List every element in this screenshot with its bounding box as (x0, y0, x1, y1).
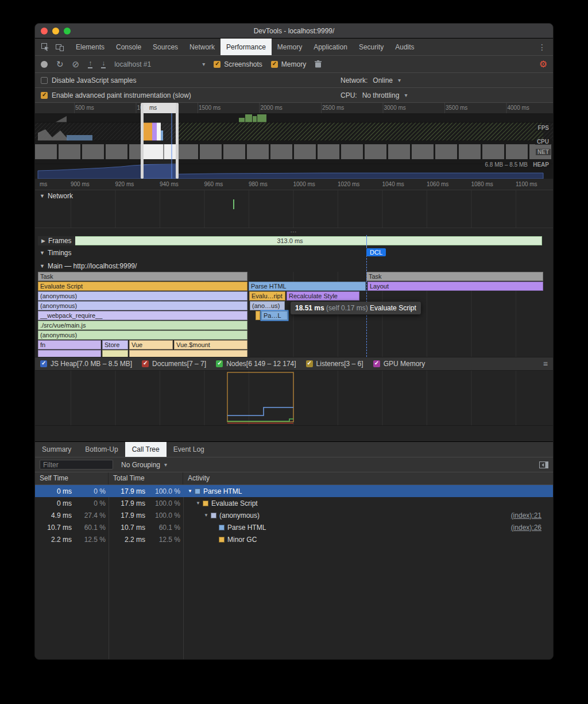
flame-bar[interactable]: (anonymous) (38, 330, 247, 340)
grouping-select[interactable]: No Grouping ▾ (121, 461, 167, 469)
flame-chart[interactable]: TaskTaskEvaluate ScriptParse HTMLLayout(… (35, 272, 553, 357)
counter-toggle[interactable]: ✓JS Heap[7.0 MB – 8.5 MB] (40, 360, 132, 368)
column-self-time[interactable]: Self Time (35, 472, 109, 484)
counter-toggle[interactable]: ✓GPU Memory (373, 360, 425, 368)
network-throttle-select[interactable]: Online (373, 76, 393, 84)
overview-tick: 2000 ms (261, 105, 283, 111)
flame-bar[interactable]: Task (366, 272, 543, 281)
filter-input[interactable] (40, 460, 113, 470)
reload-and-record-icon[interactable]: ↻ (56, 60, 64, 68)
tab-console[interactable]: Console (110, 39, 147, 55)
flame-bar[interactable]: (anonymous) (38, 291, 247, 301)
table-row[interactable]: 10.7 ms60.1 %10.7 ms60.1 %Parse HTML(ind… (35, 521, 553, 533)
flame-bar[interactable]: Layout (368, 282, 543, 291)
minimize-window-button[interactable] (52, 28, 59, 34)
tab-sources[interactable]: Sources (147, 39, 184, 55)
devtools-kebab-menu[interactable]: ⋮ (531, 39, 553, 55)
flame-bar[interactable]: __webpack_require__ (38, 311, 247, 320)
flame-bar[interactable] (129, 350, 247, 357)
details-tab-bottom-up[interactable]: Bottom-Up (78, 442, 125, 457)
cpu-throttle-select[interactable]: No throttling (362, 91, 400, 99)
triangle-down-icon[interactable]: ▼ (195, 501, 202, 506)
table-row[interactable]: 0 ms0 %17.9 ms100.0 %▼Evaluate Script (35, 497, 553, 509)
selection-left-handle[interactable] (141, 103, 144, 179)
counter-toggle[interactable]: ✓Nodes[6 149 – 12 174] (216, 360, 296, 368)
flame-bar[interactable]: (ano…us) (250, 301, 285, 310)
source-location-link[interactable]: (index):21 (511, 511, 553, 520)
disable-js-samples-checkbox[interactable] (41, 77, 48, 84)
timings-section: ▼ Timings DCL (35, 247, 553, 259)
show-heaviest-stack-button[interactable] (539, 461, 548, 468)
tab-application[interactable]: Application (308, 39, 353, 55)
frames-section-header[interactable]: ▶ Frames (38, 236, 75, 245)
counter-toggle[interactable]: ✓Listeners[3 – 6] (306, 360, 363, 368)
trash-icon[interactable] (315, 60, 322, 68)
table-row[interactable]: 0 ms0 %17.9 ms100.0 %▼Parse HTML (35, 485, 553, 497)
flame-bar[interactable]: Pa…L (261, 311, 288, 320)
counter-toggle[interactable]: ✓Documents[7 – 7] (142, 360, 206, 368)
network-section-header[interactable]: ▼ Network (35, 190, 553, 202)
memory-checkbox[interactable]: ✓ Memory (271, 60, 306, 68)
inspect-element-icon[interactable] (41, 43, 49, 51)
flame-bar[interactable]: Parse HTML (249, 282, 366, 291)
load-profile-icon[interactable]: ↑ (88, 60, 92, 68)
flame-bar[interactable]: Vue.$mount (174, 340, 247, 349)
call-tree-body: 0 ms0 %17.9 ms100.0 %▼Parse HTML0 ms0 %1… (35, 485, 553, 659)
overview-selection-ruler (142, 103, 176, 113)
lane-label-cpu: CPU (535, 139, 551, 145)
column-activity[interactable]: Activity (183, 472, 553, 484)
flame-bar[interactable]: Recalculate Style (287, 291, 359, 301)
main-thread-header[interactable]: ▼ Main — http://localhost:9999/ (35, 259, 553, 272)
table-row[interactable]: 2.2 ms12.5 %2.2 ms12.5 %Minor GC (35, 533, 553, 545)
tab-security[interactable]: Security (353, 39, 389, 55)
paint-instrumentation-checkbox[interactable]: ✓ (41, 92, 48, 99)
flame-bar[interactable]: Vue (129, 340, 173, 349)
triangle-down-icon[interactable]: ▼ (187, 488, 194, 494)
tab-elements[interactable]: Elements (70, 39, 110, 55)
details-tab-call-tree[interactable]: Call Tree (125, 442, 167, 457)
flame-bar[interactable]: fn (38, 340, 101, 349)
source-location-link[interactable]: (index):26 (511, 524, 553, 532)
save-profile-icon[interactable]: ↓ (101, 60, 106, 68)
record-button[interactable] (41, 61, 48, 68)
flame-bar[interactable]: Evaluate Script (38, 282, 247, 291)
tab-memory[interactable]: Memory (272, 39, 308, 55)
frame-bar[interactable]: 313.0 ms (38, 236, 542, 245)
details-tab-summary[interactable]: Summary (35, 442, 78, 457)
flame-bar[interactable]: Store (102, 340, 128, 349)
tab-network[interactable]: Network (184, 39, 220, 55)
dcl-marker-badge[interactable]: DCL (366, 248, 386, 256)
history-select[interactable]: localhost #1 ▾ (114, 60, 205, 68)
clear-recordings-icon[interactable]: ⊘ (72, 60, 80, 68)
counter-label: Nodes[6 149 – 12 174] (226, 360, 296, 368)
section-resize-handle[interactable]: ⋯ (35, 228, 553, 235)
selection-right-handle[interactable] (176, 103, 179, 179)
column-total-time[interactable]: Total Time (109, 472, 183, 484)
flame-bar[interactable] (102, 350, 128, 357)
flame-bar[interactable]: Task (38, 272, 247, 281)
flame-bar[interactable] (38, 350, 101, 357)
maximize-window-button[interactable] (64, 28, 71, 34)
flame-tooltip: 18.51 ms (self 0.17 ms) Evaluate Script (291, 302, 421, 314)
panel-splitter[interactable] (35, 426, 553, 442)
memory-counters-graph[interactable] (35, 371, 553, 426)
timings-section-header[interactable]: ▼ Timings (35, 247, 553, 259)
screenshots-checkbox[interactable]: ✓ Screenshots (214, 60, 262, 68)
close-window-button[interactable] (41, 28, 48, 34)
flame-bar[interactable] (256, 311, 260, 320)
flame-bar[interactable]: ./src/vue/main.js (38, 321, 247, 330)
overview-chart[interactable]: FPSCPUNETHEAP 6.8 MB – 8.5 MB (35, 113, 553, 179)
network-request-mark[interactable] (233, 199, 234, 209)
tab-audits[interactable]: Audits (389, 39, 420, 55)
details-tab-event-log[interactable]: Event Log (167, 442, 211, 457)
table-row[interactable]: 4.9 ms27.4 %17.9 ms100.0 %▼(anonymous)(i… (35, 509, 553, 521)
timeline-overview[interactable]: 500 ms1000 ms1500 ms2000 ms2500 ms3000 m… (35, 103, 553, 179)
call-tree-header: Self Time Total Time Activity (35, 472, 553, 485)
settings-gear-icon[interactable]: ⚙ (539, 59, 547, 70)
flame-bar[interactable]: Evalu…ript (249, 291, 285, 301)
menu-icon[interactable]: ≡ (543, 359, 548, 368)
flame-bar[interactable]: (anonymous) (38, 301, 247, 310)
triangle-down-icon[interactable]: ▼ (203, 513, 210, 518)
device-toolbar-icon[interactable] (55, 43, 64, 51)
tab-performance[interactable]: Performance (220, 39, 272, 55)
